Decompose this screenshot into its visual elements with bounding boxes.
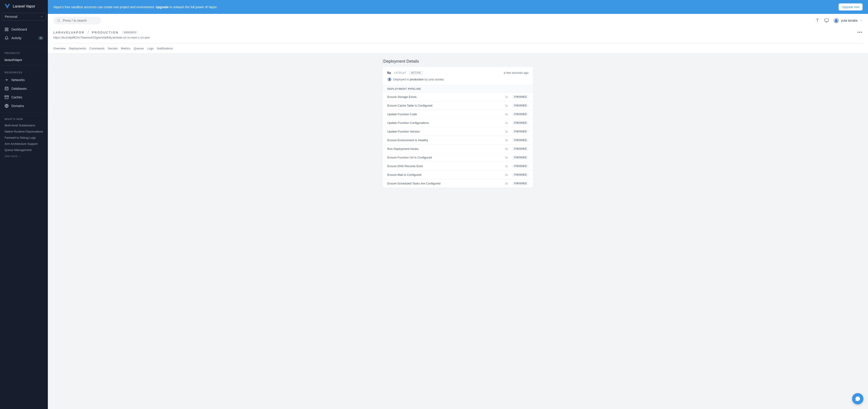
pipeline-step[interactable]: Run Deployment Hooks0sFINISHED	[383, 145, 533, 153]
step-time: 1s	[505, 165, 508, 168]
step-name: Update Function Version	[387, 130, 420, 133]
step-status: FINISHED	[513, 182, 529, 185]
step-time: 3s	[505, 130, 508, 133]
help-button[interactable]	[852, 393, 863, 404]
step-time: 0s	[505, 173, 508, 177]
tab-queues[interactable]: Queues	[134, 47, 144, 50]
tab-notifications[interactable]: Notifications	[157, 47, 173, 50]
nav-activity[interactable]: Activity 9	[0, 34, 48, 42]
nav-networks-label: Networks	[11, 78, 25, 82]
tab-logs[interactable]: Logs	[147, 47, 154, 50]
crumb-env[interactable]: PRODUCTION	[92, 31, 119, 34]
nav-networks[interactable]: Networks	[0, 75, 48, 84]
pipeline-step[interactable]: Ensure Mail Is Configured0sFINISHED	[383, 170, 533, 179]
pipeline-label: DEPLOYMENT PIPELINE	[383, 85, 533, 93]
step-time: 0s	[505, 156, 508, 159]
user-menu[interactable]: 👤 yuta tanaka	[833, 18, 863, 23]
step-time: 0s	[505, 147, 508, 151]
news-item[interactable]: Queue Management	[0, 147, 48, 153]
chat-icon	[855, 396, 861, 402]
news-item[interactable]: Arm Architecture Support	[0, 141, 48, 147]
deployment-card: fix c4f01ef ACTIVE a few seconds ago 👤 D…	[383, 67, 533, 188]
database-icon	[5, 87, 9, 91]
deployment-status: ACTIVE	[409, 71, 423, 75]
team-selector[interactable]: Personal	[2, 13, 46, 21]
svg-point-4	[5, 87, 8, 88]
pipeline-step[interactable]: Ensure Function Url Is Configured0sFINIS…	[383, 153, 533, 162]
tab-commands[interactable]: Commands	[89, 47, 104, 50]
breadcrumb: LARAVELVAPOR / PRODUCTION SANDBOX •••	[53, 30, 863, 34]
pipeline-step[interactable]: Ensure Storage Exists1sFINISHED	[383, 93, 533, 101]
step-status: FINISHED	[513, 112, 529, 116]
brand[interactable]: Laravel Vapor	[0, 0, 48, 13]
monitor-icon[interactable]	[824, 18, 829, 23]
banner-text-b: Upgrade	[156, 5, 168, 9]
step-status: FINISHED	[513, 156, 529, 159]
archive-icon	[5, 95, 9, 99]
search-icon	[57, 19, 60, 23]
projects-label: PROJECTS	[0, 48, 48, 56]
vapor-logo-icon	[4, 3, 10, 9]
search-box[interactable]	[53, 17, 101, 24]
nav-caches[interactable]: Caches	[0, 93, 48, 101]
deployer-avatar: 👤	[387, 77, 392, 81]
pipeline-step[interactable]: Ensure Cache Table Is Configured1sFINISH…	[383, 101, 533, 110]
crumb-separator: /	[88, 30, 89, 34]
step-status: FINISHED	[513, 95, 529, 99]
tab-metrics[interactable]: Metrics	[121, 47, 130, 50]
page-header: LARAVELVAPOR / PRODUCTION SANDBOX ••• ht…	[48, 27, 868, 54]
tab-deployments[interactable]: Deployments	[69, 47, 86, 50]
banner-text-a: Vapor's free sandbox accounts can create…	[53, 5, 156, 9]
step-status: FINISHED	[513, 147, 529, 151]
deployed-to-env: production	[410, 77, 424, 81]
step-name: Ensure Environment Is Healthy	[387, 138, 428, 142]
more-button[interactable]: •••	[857, 30, 863, 34]
pipeline-step[interactable]: Update Function Code9sFINISHED	[383, 110, 533, 119]
activity-badge: 9	[38, 36, 43, 40]
docs-icon[interactable]	[815, 18, 820, 23]
nav-domains[interactable]: Domains	[0, 101, 48, 110]
step-name: Ensure Scheduled Tasks Are Configured	[387, 182, 440, 185]
see-more-link[interactable]: See more →	[0, 153, 48, 159]
svg-rect-2	[5, 30, 6, 31]
details-title: Deployment Details	[383, 59, 533, 64]
step-name: Ensure Storage Exists	[387, 95, 417, 99]
news-item[interactable]: Native Runtime Deprecations	[0, 128, 48, 134]
upgrade-button[interactable]: Upgrade now	[839, 3, 863, 10]
svg-rect-1	[7, 28, 8, 29]
step-name: Ensure Cache Table Is Configured	[387, 104, 432, 107]
tab-overview[interactable]: Overview	[53, 47, 66, 50]
nav-activity-label: Activity	[11, 36, 22, 40]
pipeline-step[interactable]: Ensure Environment Is Healthy3sFINISHED	[383, 136, 533, 145]
nav-databases-label: Databases	[11, 87, 27, 90]
step-status: FINISHED	[513, 164, 529, 168]
deployed-to-prefix: Deployed to	[393, 77, 410, 81]
search-input[interactable]	[63, 19, 97, 22]
news-item[interactable]: Farewell to Debug Logs	[0, 134, 48, 141]
env-url[interactable]: https://du2u6ptf62nn7bawowrl32gxem0pfbfq…	[53, 36, 863, 39]
svg-rect-8	[825, 19, 828, 22]
chevron-down-icon	[40, 15, 43, 18]
nav-databases[interactable]: Databases	[0, 84, 48, 93]
pipeline-step[interactable]: Ensure Scheduled Tasks Are Configured0sF…	[383, 179, 533, 188]
step-status: FINISHED	[513, 130, 529, 133]
step-time: 1s	[505, 104, 508, 107]
pipeline-step[interactable]: Update Function Version3sFINISHED	[383, 127, 533, 136]
pipeline-step[interactable]: Update Function Configurations2sFINISHED	[383, 119, 533, 127]
avatar: 👤	[833, 18, 839, 23]
bell-icon	[5, 36, 9, 40]
commit-hash[interactable]: c4f01ef	[394, 71, 406, 74]
pipeline-step[interactable]: Ensure DNS Records Exist1sFINISHED	[383, 162, 533, 170]
grid-icon	[5, 27, 9, 31]
step-name: Ensure Function Url Is Configured	[387, 156, 432, 159]
project-item[interactable]: laravelVapor	[0, 56, 48, 64]
step-time: 3s	[505, 139, 508, 142]
deployed-by-prefix: by	[424, 77, 429, 81]
commit-message: fix	[387, 71, 391, 75]
wifi-icon	[5, 78, 9, 82]
nav-dashboard[interactable]: Dashboard	[0, 25, 48, 34]
svg-rect-3	[7, 30, 8, 31]
tab-secrets[interactable]: Secrets	[108, 47, 118, 50]
news-item[interactable]: Multi-level Subdomains	[0, 122, 48, 128]
crumb-project[interactable]: LARAVELVAPOR	[53, 31, 85, 34]
